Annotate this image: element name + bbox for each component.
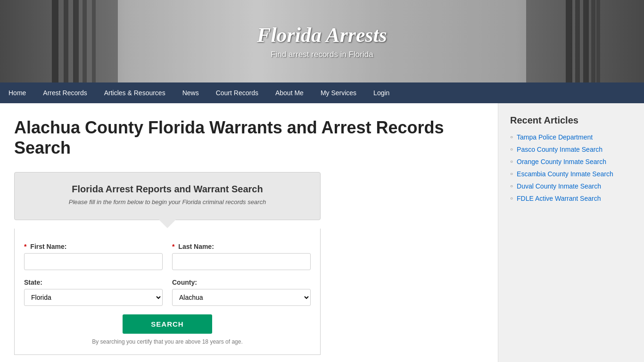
last-name-input[interactable] xyxy=(172,253,311,270)
last-name-label: * Last Name: xyxy=(172,243,311,250)
search-note: By searching you certify that you are ab… xyxy=(24,338,311,345)
sidebar-list: Tampa Police Department Pasco County Inm… xyxy=(510,133,632,202)
svg-rect-2 xyxy=(64,0,68,82)
state-label: State: xyxy=(24,279,163,286)
nav-services[interactable]: My Services xyxy=(312,82,365,103)
search-form-wrapper: * First Name: * Last Name: xyxy=(14,229,479,355)
first-name-required: * xyxy=(24,243,26,250)
svg-rect-1 xyxy=(52,0,58,82)
county-label: County: xyxy=(172,279,311,286)
nav-login[interactable]: Login xyxy=(365,82,398,103)
svg-rect-9 xyxy=(583,0,589,82)
search-btn-wrap: SEARCH xyxy=(24,314,311,334)
name-row: * First Name: * Last Name: xyxy=(24,243,311,270)
sidebar-item-orange: Orange County Inmate Search xyxy=(510,158,632,165)
search-intro-box: Florida Arrest Reports and Warrant Searc… xyxy=(14,172,321,220)
sidebar-link-fdle[interactable]: FDLE Active Warrant Search xyxy=(517,195,601,202)
sidebar-link-escambia[interactable]: Escambia County Inmate Search xyxy=(517,170,613,178)
site-header: Florida Arrests Find arrest records in F… xyxy=(0,0,644,82)
site-title: Florida Arrests xyxy=(257,23,387,47)
search-box-title: Florida Arrest Reports and Warrant Searc… xyxy=(29,184,306,195)
nav-arrest-records[interactable]: Arrest Records xyxy=(34,82,95,103)
sidebar: Recent Articles Tampa Police Department … xyxy=(498,103,644,362)
first-name-input[interactable] xyxy=(24,253,163,270)
nav-news[interactable]: News xyxy=(174,82,207,103)
sidebar-item-fdle: FDLE Active Warrant Search xyxy=(510,195,632,202)
search-form-area: * First Name: * Last Name: xyxy=(14,229,321,355)
sidebar-item-escambia: Escambia County Inmate Search xyxy=(510,170,632,178)
nav-home[interactable]: Home xyxy=(0,82,34,103)
header-title-wrap: Florida Arrests Find arrest records in F… xyxy=(257,23,387,59)
state-group: State: Florida xyxy=(24,279,163,306)
last-name-label-text: Last Name: xyxy=(178,243,214,250)
sidebar-link-duval[interactable]: Duval County Inmate Search xyxy=(517,182,601,190)
first-name-label-text: First Name: xyxy=(30,243,66,250)
nav-about[interactable]: About Me xyxy=(267,82,312,103)
state-select[interactable]: Florida xyxy=(24,289,163,306)
svg-rect-11 xyxy=(596,0,600,82)
county-group: County: Alachua xyxy=(172,279,311,306)
location-row: State: Florida County: Alachua xyxy=(24,279,311,306)
main-container: Alachua County Florida Warrants and Arre… xyxy=(0,103,644,362)
svg-rect-5 xyxy=(92,0,96,82)
svg-rect-10 xyxy=(591,0,595,82)
search-box-subtitle: Please fill in the form below to begin y… xyxy=(29,198,306,206)
first-name-label: * First Name: xyxy=(24,243,163,250)
svg-rect-7 xyxy=(566,0,572,82)
sidebar-item-tampa: Tampa Police Department xyxy=(510,133,632,141)
page-title: Alachua County Florida Warrants and Arre… xyxy=(14,117,479,158)
sidebar-link-orange[interactable]: Orange County Inmate Search xyxy=(517,158,606,165)
svg-rect-0 xyxy=(0,0,118,82)
sidebar-item-duval: Duval County Inmate Search xyxy=(510,182,632,190)
nav-articles[interactable]: Articles & Resources xyxy=(96,82,174,103)
nav-court-records[interactable]: Court Records xyxy=(207,82,267,103)
sidebar-title: Recent Articles xyxy=(510,115,632,126)
svg-rect-6 xyxy=(526,0,644,82)
county-select[interactable]: Alachua xyxy=(172,289,311,306)
last-name-required: * xyxy=(172,243,174,250)
site-subtitle: Find arrest records in Florida xyxy=(257,50,387,59)
svg-rect-3 xyxy=(73,0,79,82)
sidebar-item-pasco: Pasco County Inmate Search xyxy=(510,146,632,153)
content-area: Alachua County Florida Warrants and Arre… xyxy=(0,103,498,362)
main-nav: Home Arrest Records Articles & Resources… xyxy=(0,82,644,103)
search-button[interactable]: SEARCH xyxy=(123,314,212,334)
sidebar-link-tampa[interactable]: Tampa Police Department xyxy=(517,133,593,141)
last-name-group: * Last Name: xyxy=(172,243,311,270)
first-name-group: * First Name: xyxy=(24,243,163,270)
svg-rect-8 xyxy=(575,0,580,82)
sidebar-link-pasco[interactable]: Pasco County Inmate Search xyxy=(517,146,603,153)
svg-rect-4 xyxy=(83,0,87,82)
